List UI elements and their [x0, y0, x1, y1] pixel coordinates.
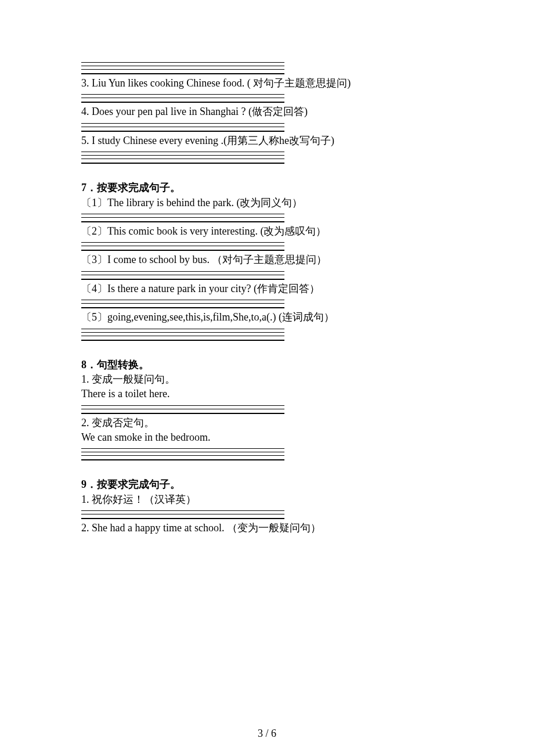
section-8-heading: 8．句型转换。 [81, 358, 453, 372]
s7-q4: 〔4〕Is there a nature park in your city? … [81, 282, 453, 296]
answer-blank [81, 514, 284, 519]
s7-q1: 〔1〕The library is behind the park. (改为同义… [81, 196, 453, 210]
answer-blank [81, 98, 284, 103]
answer-lines [81, 297, 453, 308]
s8-q2-sentence: We can smoke in the bedroom. [81, 431, 453, 444]
answer-blank [81, 70, 284, 74]
answer-blank [81, 336, 284, 341]
answer-blank [81, 246, 284, 251]
answer-lines [81, 239, 453, 251]
s8-q2-instruction: 2. 变成否定句。 [81, 416, 453, 430]
question-3: 3. Liu Yun likes cooking Chinese food. (… [81, 77, 453, 90]
answer-blank [81, 159, 284, 164]
s7-q2: 〔2〕This comic book is very interesting. … [81, 225, 453, 238]
s9-q1: 1. 祝你好运！（汉译英） [81, 493, 453, 506]
answer-blank [81, 127, 284, 132]
answer-blank [81, 218, 284, 222]
question-5: 5. I study Chinese every evening .(用第三人称… [81, 134, 453, 147]
section-7-heading: 7．按要求完成句子。 [81, 181, 453, 195]
answer-blank [81, 409, 284, 414]
s8-q1-instruction: 1. 变成一般疑问句。 [81, 373, 453, 386]
answer-lines [81, 326, 453, 341]
page-footer: 3 / 6 [0, 728, 534, 740]
s8-q1-sentence: There is a toilet here. [81, 387, 453, 401]
page-content: 3. Liu Yun likes cooking Chinese food. (… [0, 0, 534, 535]
s7-q3: 〔3〕I come to school by bus. （对句子主题意思提问） [81, 253, 453, 267]
answer-lines [81, 149, 453, 164]
answer-blank [81, 304, 284, 308]
answer-blank [81, 456, 284, 460]
answer-lines [81, 59, 453, 74]
answer-lines [81, 445, 453, 460]
answer-lines [81, 268, 453, 280]
s9-q2: 2. She had a happy time at school. （变为一般… [81, 521, 453, 535]
answer-lines [81, 211, 453, 222]
answer-lines [81, 402, 453, 414]
section-9-heading: 9．按要求完成句子。 [81, 478, 453, 491]
s7-q5: 〔5〕going,evening,see,this,is,film,She,to… [81, 311, 453, 324]
answer-lines [81, 91, 453, 103]
answer-blank [81, 275, 284, 280]
question-4: 4. Does your pen pal live in Shanghai ? … [81, 105, 453, 118]
answer-lines [81, 120, 453, 132]
answer-lines [81, 507, 453, 519]
